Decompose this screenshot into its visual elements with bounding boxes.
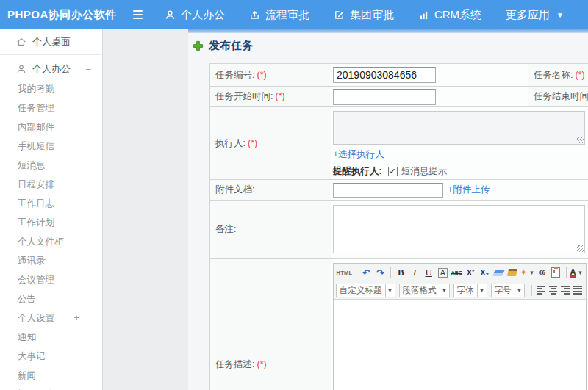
sidebar-subitem-10[interactable]: 会议管理 [0, 270, 102, 289]
sidebar-subitem-label: 新闻 [18, 370, 36, 380]
strikethrough-button[interactable]: ABC [451, 267, 462, 279]
sidebar-subitem-0[interactable]: 我的考勤 [0, 79, 102, 98]
dropdown-label: 段落格式 [400, 285, 440, 296]
sidebar-subitem-label: 手机短信 [18, 141, 54, 151]
sms-remind-checkbox[interactable]: ✓ [388, 167, 398, 176]
sidebar-subitem-label: 个人设置 [18, 313, 54, 323]
resize-grip-icon[interactable] [577, 245, 584, 252]
nav-item-label: 更多应用 [506, 8, 550, 22]
sidebar-subitem-label: 公告 [18, 294, 36, 304]
caret-down-icon: ▼ [528, 270, 534, 276]
html-source-button[interactable]: HTML [337, 267, 352, 279]
sidebar-subitem-label: 通知 [18, 332, 36, 342]
attachment-upload-link[interactable]: +附件上传 [448, 184, 490, 196]
font-size-dropdown[interactable]: 字号▼ [491, 284, 525, 297]
sidebar-subitem-12[interactable]: 个人设置+ [0, 308, 102, 328]
task-no-input[interactable] [333, 67, 436, 83]
sidebar-subitem-16[interactable]: 投票调查 [0, 385, 102, 390]
executor-label: 执行人: [215, 138, 245, 148]
sidebar-item-desktop[interactable]: 个人桌面 [0, 29, 102, 55]
sidebar-subitem-1[interactable]: 任务管理 [0, 98, 102, 118]
caret-down-icon[interactable]: ▼ [514, 284, 524, 297]
caret-down-icon[interactable]: ▼ [440, 284, 449, 297]
nav-item-3[interactable]: CRM系统 [418, 8, 481, 22]
required-mark: (*) [575, 70, 584, 80]
sidebar-subitem-14[interactable]: 大事记 [0, 347, 102, 366]
collapse-minus-icon[interactable]: − [85, 64, 91, 75]
dropdown-label: 字体 [454, 285, 477, 296]
sidebar-subitem-7[interactable]: 工作计划 [0, 213, 102, 232]
font-style-button[interactable]: A [437, 267, 448, 279]
sidebar-subitem-label: 任务管理 [18, 103, 54, 113]
nav-item-0[interactable]: 个人办公 [165, 8, 225, 22]
nav-item-4[interactable]: 更多应用▼ [506, 8, 564, 22]
sidebar-item-personal-office[interactable]: 个人办公 − [0, 59, 102, 79]
expand-plus-icon[interactable]: + [74, 308, 79, 328]
resize-grip-icon[interactable] [577, 137, 584, 143]
brush-icon [507, 269, 517, 276]
edit-square-icon [334, 10, 345, 21]
paragraph-format-dropdown[interactable]: 段落格式▼ [399, 284, 450, 297]
italic-button[interactable]: I [409, 267, 420, 279]
undo-button[interactable]: ↶ [360, 267, 372, 279]
align-justify-button[interactable] [573, 285, 582, 295]
align-center-button[interactable] [549, 285, 558, 295]
bar-chart-icon [418, 10, 429, 21]
table-row: 任务描述:(*) HTML↶↷BIUAABCX²X₂✦▼66TA▼ 自定义标题▼… [210, 259, 588, 390]
sidebar-subitem-5[interactable]: 日程安排 [0, 175, 102, 194]
sidebar-subitem-15[interactable]: 新闻 [0, 366, 102, 385]
superscript-button[interactable]: X² [465, 267, 476, 279]
redo-button[interactable]: ↷ [374, 267, 386, 279]
executor-textarea[interactable] [333, 111, 585, 145]
sidebar-subitem-2[interactable]: 内部邮件 [0, 118, 102, 137]
table-row: 执行人:(*) +选择执行人 提醒执行人: ✓ 短消息提示 [210, 107, 588, 180]
italic-icon: I [413, 267, 416, 278]
sidebar-subitem-3[interactable]: 手机短信 [0, 137, 102, 156]
paste-as-text-button[interactable]: T [550, 267, 562, 279]
align-left-button[interactable] [537, 285, 545, 295]
sidebar-subitem-8[interactable]: 个人文件柜 [0, 232, 102, 251]
sidebar-subitem-9[interactable]: 通讯录 [0, 251, 102, 270]
font-color-button[interactable]: A▼ [570, 267, 582, 279]
sidebar-subitem-11[interactable]: 公告 [0, 289, 102, 308]
page-title-row: 发布任务 [193, 39, 253, 53]
attachment-input[interactable] [333, 183, 443, 198]
choose-executor-link[interactable]: +选择执行人 [333, 149, 384, 159]
autotypeset-button[interactable]: ✦▼ [520, 267, 534, 279]
nav-item-2[interactable]: 集团审批 [334, 8, 394, 22]
start-time-input[interactable] [333, 89, 436, 105]
sidebar-subitem-label: 内部邮件 [18, 122, 54, 132]
sidebar-subitem-4[interactable]: 短消息 [0, 156, 102, 175]
menu-toggle-icon[interactable] [133, 10, 143, 20]
editor-body[interactable] [334, 299, 586, 390]
rich-text-editor: HTML↶↷BIUAABCX²X₂✦▼66TA▼ 自定义标题▼段落格式▼字体▼字… [333, 263, 587, 390]
sidebar-subitem-13[interactable]: 通知 [0, 328, 102, 347]
blockquote-button[interactable]: 66 [536, 267, 548, 279]
remark-textarea[interactable] [333, 205, 585, 253]
editor-toolbar-row2: 自定义标题▼段落格式▼字体▼字号▼ [334, 281, 586, 299]
process-icon [249, 10, 260, 21]
sidebar-subitem-label: 个人文件柜 [18, 236, 64, 247]
custom-title-dropdown[interactable]: 自定义标题▼ [336, 284, 395, 297]
sup-icon: X² [467, 268, 475, 277]
nav-item-1[interactable]: 流程审批 [249, 8, 309, 22]
font-family-dropdown[interactable]: 字体▼ [453, 284, 487, 297]
caret-down-icon[interactable]: ▼ [385, 284, 395, 297]
caret-down-icon[interactable]: ▼ [477, 284, 487, 297]
toolbar-separator [390, 267, 391, 278]
sidebar-subitem-6[interactable]: 工作日志 [0, 194, 102, 213]
underline-button[interactable]: U [423, 267, 434, 279]
eraser-icon [492, 270, 505, 276]
toolbar-separator [566, 267, 567, 278]
subscript-button[interactable]: X₂ [478, 267, 490, 279]
bold-button[interactable]: B [395, 267, 406, 279]
nav-item-label: 流程审批 [265, 8, 309, 22]
align-right-button[interactable] [561, 285, 570, 295]
remove-format-button[interactable] [492, 267, 504, 279]
sidebar-subitem-label: 工作日志 [18, 198, 54, 209]
caret-down-icon: ▼ [577, 270, 583, 276]
strike-icon: ABC [451, 270, 462, 275]
format-painter-button[interactable] [506, 267, 518, 279]
table-row: 附件文档: +附件上传 [210, 180, 588, 201]
sidebar-subitem-label: 短消息 [18, 160, 46, 170]
